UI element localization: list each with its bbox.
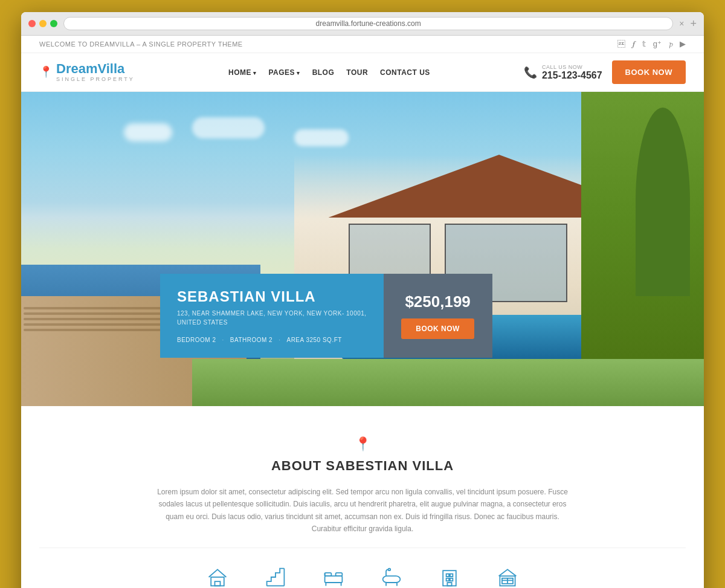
call-area: 📞 CALL US NOW 215-123-4567 <box>524 64 602 81</box>
hero-section: SEBASTIAN VILLA 123, NEAR SHAMMER LAKE, … <box>21 92 704 406</box>
address-line1: 123, NEAR SHAMMER LAKE, NEW YORK, NEW YO… <box>177 310 367 317</box>
feature-garage <box>497 566 518 588</box>
navbar: 📍 DreamVilla SINGLE PROPERTY HOME PAGES … <box>21 53 704 92</box>
bath-icon <box>381 566 402 588</box>
property-price: $250,199 <box>405 292 470 311</box>
svg-rect-16 <box>450 573 453 577</box>
bed-icon <box>323 566 344 588</box>
website-content: WELCOME TO DREAMVILLA – A SINGLE PROPERT… <box>21 36 704 588</box>
google-plus-icon[interactable]: g⁺ <box>653 39 662 49</box>
svg-rect-1 <box>215 581 221 586</box>
svg-rect-10 <box>383 576 401 583</box>
logo-name: DreamVilla <box>56 62 135 76</box>
about-location-icon: 📍 <box>39 436 686 452</box>
logo: 📍 DreamVilla SINGLE PROPERTY <box>39 62 135 82</box>
svg-rect-15 <box>446 573 450 577</box>
browser-traffic-lights <box>28 20 57 27</box>
svg-rect-18 <box>450 578 453 581</box>
pinterest-icon[interactable]: 𝓹 <box>669 39 672 49</box>
call-label: CALL US NOW <box>542 64 602 70</box>
svg-rect-17 <box>446 578 450 581</box>
browser-chrome: dreamvilla.fortune-creations.com × + <box>21 12 704 36</box>
twitter-icon[interactable]: 𝕥 <box>642 39 646 49</box>
logo-villa: Villa <box>97 61 124 76</box>
about-body: Lorem ipsum dolor sit amet, consectetur … <box>151 486 574 535</box>
nav-tour[interactable]: TOUR <box>346 68 368 77</box>
nav-blog[interactable]: BLOG <box>312 68 335 77</box>
close-button[interactable]: × <box>679 19 684 28</box>
house-icon <box>207 566 228 588</box>
about-title: ABOUT SABESTIAN VILLA <box>39 458 686 474</box>
hero-book-button[interactable]: BOOK NOW <box>401 318 474 339</box>
svg-point-13 <box>388 568 391 570</box>
feature-bath <box>381 566 402 588</box>
call-number: 215-123-4567 <box>542 70 602 81</box>
bathroom-detail: BATHROOM 2 <box>230 337 272 343</box>
nav-home[interactable]: HOME <box>228 68 257 77</box>
sep2: · <box>279 337 280 343</box>
feature-building <box>439 566 460 588</box>
new-tab-button[interactable]: + <box>690 18 697 30</box>
browser-window: dreamvilla.fortune-creations.com × + WEL… <box>21 12 704 588</box>
hero-info-panel: SEBASTIAN VILLA 123, NEAR SHAMMER LAKE, … <box>160 274 492 358</box>
book-now-button[interactable]: BOOK NOW <box>612 60 686 84</box>
logo-dream: Dream <box>56 61 97 76</box>
bedroom-detail: BEDROOM 2 <box>177 337 216 343</box>
nav-contact[interactable]: CONTACT US <box>380 68 430 77</box>
building-icon <box>439 566 460 588</box>
nav-links: HOME PAGES BLOG TOUR CONTACT US <box>228 68 430 77</box>
hero-price-card: $250,199 BOOK NOW <box>384 274 492 358</box>
logo-subtitle: SINGLE PROPERTY <box>56 77 135 83</box>
youtube-icon[interactable]: ▶ <box>680 39 686 49</box>
property-details: BEDROOM 2 · BATHROOM 2 · AREA 3250 SQ.FT <box>177 337 367 343</box>
facebook-icon[interactable]:  <box>617 39 625 49</box>
nav-pages[interactable]: PAGES <box>268 68 300 77</box>
property-name: SEBASTIAN VILLA <box>177 288 367 305</box>
garage-icon <box>497 566 518 588</box>
property-address: 123, NEAR SHAMMER LAKE, NEW YORK, NEW YO… <box>177 309 367 327</box>
maximize-dot[interactable] <box>50 20 57 27</box>
call-text: CALL US NOW 215-123-4567 <box>542 64 602 81</box>
stairs-icon <box>265 566 286 588</box>
features-row <box>39 548 686 588</box>
address-bar[interactable]: dreamvilla.fortune-creations.com <box>63 17 673 30</box>
facebook-icon[interactable]: 𝒇 <box>633 39 635 49</box>
feature-house <box>207 566 228 588</box>
svg-rect-19 <box>447 583 451 586</box>
svg-rect-5 <box>325 572 332 575</box>
close-dot[interactable] <box>28 20 36 27</box>
phone-icon: 📞 <box>524 66 537 79</box>
top-bar: WELCOME TO DREAMVILLA – A SINGLE PROPERT… <box>21 36 704 53</box>
svg-rect-4 <box>325 576 343 583</box>
social-icons:  𝒇 𝕥 g⁺ 𝓹 ▶ <box>617 39 686 49</box>
feature-bed <box>323 566 344 588</box>
minimize-dot[interactable] <box>39 20 47 27</box>
address-line2: UNITED STATES <box>177 319 228 326</box>
svg-rect-6 <box>336 572 343 575</box>
logo-text: DreamVilla SINGLE PROPERTY <box>56 62 135 82</box>
logo-pin-icon: 📍 <box>39 65 53 79</box>
about-section: 📍 ABOUT SABESTIAN VILLA Lorem ipsum dolo… <box>21 406 704 588</box>
navbar-right: 📞 CALL US NOW 215-123-4567 BOOK NOW <box>524 60 686 84</box>
feature-stairs <box>265 566 286 588</box>
sep1: · <box>222 337 224 343</box>
area-detail: AREA 3250 SQ.FT <box>286 337 341 343</box>
hero-property-card: SEBASTIAN VILLA 123, NEAR SHAMMER LAKE, … <box>160 274 384 358</box>
welcome-text: WELCOME TO DREAMVILLA – A SINGLE PROPERT… <box>39 40 243 48</box>
